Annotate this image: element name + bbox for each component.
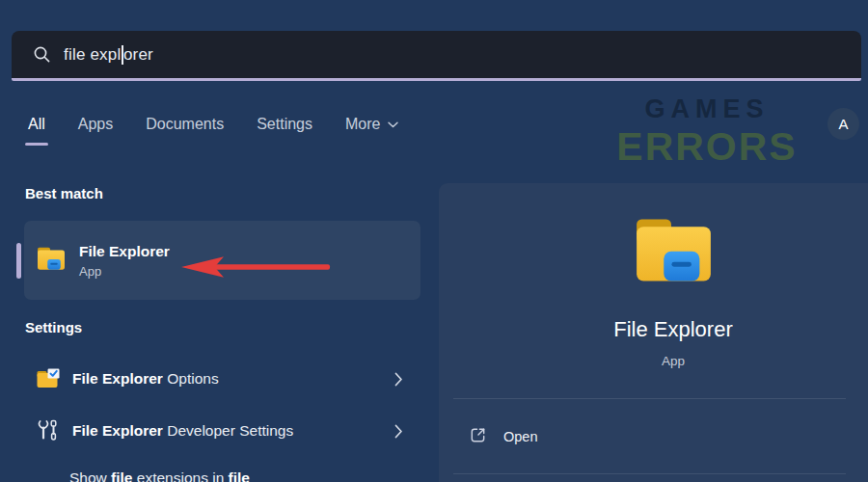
- file-explorer-large-icon: [632, 213, 716, 291]
- user-avatar[interactable]: A: [827, 108, 859, 140]
- search-input[interactable]: file explorer: [12, 31, 861, 81]
- chevron-right-icon: [394, 372, 403, 387]
- settings-section-header: Settings: [25, 319, 82, 335]
- tab-all[interactable]: All: [28, 116, 45, 146]
- tab-more-label: More: [345, 116, 380, 133]
- best-match-info: File Explorer App: [79, 243, 170, 279]
- tab-all-label: All: [28, 116, 45, 133]
- preview-content: File Explorer App: [439, 183, 868, 368]
- preview-subtitle: App: [439, 354, 868, 368]
- search-icon: [33, 45, 51, 64]
- tab-apps[interactable]: Apps: [78, 116, 113, 146]
- open-action[interactable]: Open: [453, 417, 846, 456]
- tab-documents[interactable]: Documents: [146, 116, 224, 146]
- search-filter-tabs: All Apps Documents Settings More: [28, 116, 398, 146]
- watermark-line2: ERRORS: [605, 127, 809, 167]
- preview-title: File Explorer: [439, 317, 868, 342]
- best-match-header: Best match: [25, 185, 103, 201]
- best-match-subtitle: App: [79, 264, 170, 279]
- watermark-line1: GAMES: [605, 96, 809, 122]
- result-file-explorer-developer-settings[interactable]: File Explorer Developer Settings: [24, 409, 420, 453]
- chevron-right-icon: [394, 424, 403, 439]
- result-show-file-extensions[interactable]: Show file extensions in file: [69, 469, 250, 482]
- open-external-icon: [469, 426, 487, 448]
- folder-options-icon: [36, 366, 61, 391]
- avatar-initial: A: [838, 116, 848, 132]
- chevron-down-icon: [388, 121, 398, 128]
- folder-icon: [36, 245, 67, 276]
- tools-icon: [36, 419, 61, 442]
- search-query: file explorer: [64, 45, 153, 65]
- result-label: File Explorer Developer Settings: [72, 422, 293, 440]
- tab-apps-label: Apps: [78, 116, 113, 133]
- result-file-explorer-options[interactable]: File Explorer Options: [24, 357, 420, 401]
- result-label: File Explorer Options: [72, 370, 219, 388]
- tab-settings-label: Settings: [257, 116, 312, 133]
- tab-documents-label: Documents: [146, 116, 224, 133]
- best-match-result-file-explorer[interactable]: File Explorer App: [24, 221, 420, 300]
- games-errors-watermark: GAMES ERRORS: [605, 96, 809, 167]
- tab-more[interactable]: More: [345, 116, 398, 146]
- open-label: Open: [503, 429, 537, 444]
- divider: [453, 398, 846, 399]
- best-match-title: File Explorer: [79, 243, 170, 260]
- selection-indicator: [16, 243, 21, 279]
- divider: [453, 473, 846, 474]
- windows-search-panel: { "colors": { "bg": "#21395d", "panel": …: [0, 0, 868, 482]
- tab-settings[interactable]: Settings: [257, 116, 312, 146]
